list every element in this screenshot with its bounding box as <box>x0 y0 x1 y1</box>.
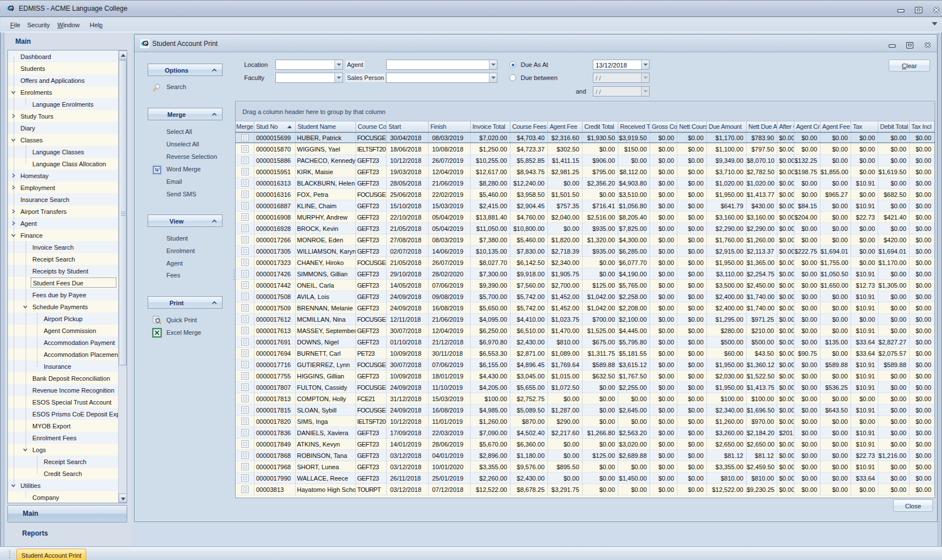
svg-text:W: W <box>154 167 160 173</box>
